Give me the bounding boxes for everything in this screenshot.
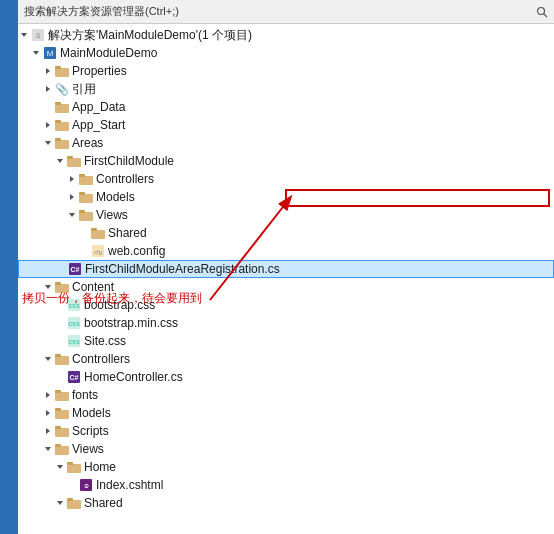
tree-item-label: Models (72, 406, 111, 420)
tree-item[interactable]: Models (18, 188, 554, 206)
expand-icon[interactable] (78, 245, 90, 257)
svg-marker-21 (57, 159, 63, 163)
tree-item[interactable]: Views (18, 440, 554, 458)
file-icon: 📎 (54, 82, 70, 96)
expand-icon[interactable] (66, 479, 78, 491)
expand-icon[interactable] (42, 101, 54, 113)
tree-item[interactable]: Shared (18, 494, 554, 512)
expand-icon[interactable] (30, 47, 42, 59)
tree-item[interactable]: Controllers (18, 350, 554, 368)
expand-icon[interactable] (42, 119, 54, 131)
tree-item[interactable]: App_Data (18, 98, 554, 116)
svg-text:C#: C# (70, 374, 79, 381)
svg-rect-31 (79, 212, 93, 221)
tree-item[interactable]: Scripts (18, 422, 554, 440)
svg-marker-15 (46, 122, 50, 128)
expand-icon[interactable] (54, 155, 66, 167)
svg-line-1 (544, 13, 548, 17)
tree-item[interactable]: Models (18, 404, 554, 422)
tree-item[interactable]: C#HomeController.cs (18, 368, 554, 386)
tree-item[interactable]: Views (18, 206, 554, 224)
expand-icon[interactable] (54, 317, 66, 329)
tree-item[interactable]: Areas (18, 134, 554, 152)
tree-item[interactable]: Properties (18, 62, 554, 80)
tree-item-label: Views (72, 442, 104, 456)
tree-item[interactable]: cssbootstrap.min.css (18, 314, 554, 332)
tree-item[interactable]: cssSite.css (18, 332, 554, 350)
expand-icon[interactable] (42, 65, 54, 77)
tree-item[interactable]: FirstChildModule (18, 152, 554, 170)
expand-icon[interactable] (18, 29, 30, 41)
svg-text:css: css (68, 320, 80, 327)
expand-icon[interactable] (42, 443, 54, 455)
tree-item[interactable]: App_Start (18, 116, 554, 134)
svg-rect-58 (55, 408, 61, 411)
file-icon: M (42, 46, 58, 60)
tree-item[interactable]: Shared (18, 224, 554, 242)
tree-item[interactable]: cfgweb.config (18, 242, 554, 260)
expand-icon[interactable] (66, 173, 78, 185)
svg-marker-8 (46, 68, 50, 74)
tree-item-label: Views (96, 208, 128, 222)
svg-rect-41 (55, 282, 61, 285)
tree-item[interactable]: ⦿Index.cshtml (18, 476, 554, 494)
svg-rect-26 (79, 174, 85, 177)
svg-marker-65 (57, 465, 63, 469)
svg-rect-19 (55, 140, 69, 149)
svg-rect-23 (67, 156, 73, 159)
tree-item-label: Home (84, 460, 116, 474)
file-icon (78, 208, 94, 222)
expand-icon[interactable] (54, 335, 66, 347)
file-icon (78, 172, 94, 186)
expand-icon[interactable] (54, 371, 66, 383)
expand-icon[interactable] (66, 209, 78, 221)
tree-item[interactable]: S解决方案'MainModuleDemo'(1 个项目) (18, 26, 554, 44)
search-bar-text: 搜索解决方案资源管理器(Ctrl+;) (22, 4, 534, 19)
file-icon (54, 406, 70, 420)
file-icon (90, 226, 106, 240)
svg-marker-18 (45, 141, 51, 145)
expand-icon[interactable] (54, 497, 66, 509)
expand-icon[interactable] (42, 83, 54, 95)
expand-icon[interactable] (42, 389, 54, 401)
tree-item-label: Shared (108, 226, 147, 240)
svg-marker-48 (45, 357, 51, 361)
main-content: 搜索解决方案资源管理器(Ctrl+;) S解决方案'MainModuleDemo… (18, 0, 554, 534)
svg-rect-71 (67, 500, 81, 509)
tree-item-label: web.config (108, 244, 165, 258)
tree-item[interactable]: Controllers (18, 170, 554, 188)
expand-icon[interactable] (54, 461, 66, 473)
svg-rect-25 (79, 176, 93, 185)
svg-rect-9 (55, 68, 69, 77)
svg-marker-53 (46, 392, 50, 398)
tree-item[interactable]: fonts (18, 386, 554, 404)
svg-rect-54 (55, 392, 69, 401)
svg-rect-49 (55, 356, 69, 365)
tree-item-label: Shared (84, 496, 123, 510)
search-icon[interactable] (534, 4, 550, 20)
tree-item-label: Areas (72, 136, 103, 150)
svg-marker-2 (21, 33, 27, 37)
svg-marker-5 (33, 51, 39, 55)
expand-icon[interactable] (55, 263, 67, 275)
tree-item[interactable]: 📎引用 (18, 80, 554, 98)
expand-icon[interactable] (42, 137, 54, 149)
svg-text:⦿: ⦿ (84, 483, 89, 489)
svg-marker-24 (70, 176, 74, 182)
tree-item[interactable]: Home (18, 458, 554, 476)
tree-item[interactable]: MMainModuleDemo (18, 44, 554, 62)
svg-marker-56 (46, 410, 50, 416)
tree-item-label: Controllers (72, 352, 130, 366)
file-icon (54, 352, 70, 366)
expand-icon[interactable] (42, 407, 54, 419)
tree-item[interactable]: C#FirstChildModuleAreaRegistration.cs (18, 260, 554, 278)
search-bar[interactable]: 搜索解决方案资源管理器(Ctrl+;) (18, 0, 554, 24)
expand-icon[interactable] (78, 227, 90, 239)
expand-icon[interactable] (66, 191, 78, 203)
svg-rect-72 (67, 498, 73, 501)
file-icon (54, 64, 70, 78)
file-icon (54, 118, 70, 132)
expand-icon[interactable] (42, 353, 54, 365)
svg-point-0 (538, 7, 545, 14)
expand-icon[interactable] (42, 425, 54, 437)
